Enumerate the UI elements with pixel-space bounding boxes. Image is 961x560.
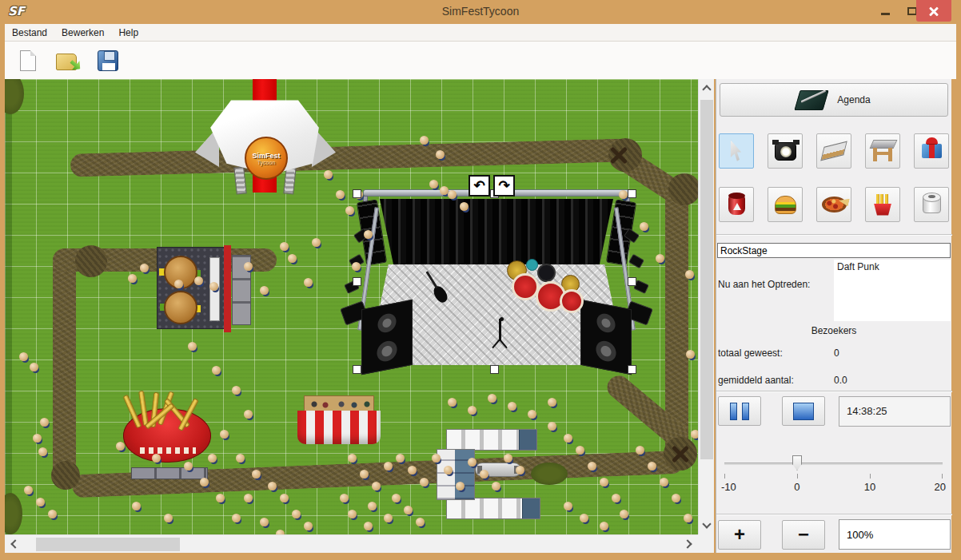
tool-hamburger[interactable] — [768, 187, 803, 222]
selection-handle[interactable] — [628, 365, 636, 374]
rotate-right-icon: ↷ — [498, 177, 509, 194]
visitor-dot — [508, 402, 516, 411]
vertical-scroll-thumb[interactable] — [700, 100, 713, 459]
path-junction — [668, 173, 698, 205]
selection-handle[interactable] — [353, 189, 361, 198]
visitor-dot — [685, 270, 694, 279]
tool-spotlight[interactable] — [768, 133, 803, 169]
pause-button[interactable] — [718, 396, 761, 426]
stage-name-input[interactable] — [717, 243, 951, 258]
agenda-book-icon — [795, 90, 829, 110]
selection-handle[interactable] — [628, 189, 636, 198]
bush — [5, 79, 24, 114]
tool-gift[interactable] — [914, 133, 949, 169]
windmill-marker — [670, 443, 691, 464]
pizza-icon — [822, 197, 847, 212]
stall-stripes — [297, 411, 381, 444]
visitor-dot — [408, 466, 417, 475]
gift-icon — [922, 144, 942, 158]
speed-slider-thumb[interactable] — [792, 455, 802, 471]
open-file-button[interactable] — [54, 46, 82, 75]
menu-bestand[interactable]: Bestand — [5, 24, 54, 42]
zoom-level-field[interactable] — [839, 519, 951, 550]
visitor-dot — [392, 494, 401, 502]
title-bar: SF SimFestTycoon — [0, 0, 961, 24]
visitor-dot — [548, 398, 556, 407]
rotate-right-button[interactable]: ↷ — [493, 175, 515, 197]
fries-stand[interactable] — [122, 391, 213, 467]
tool-stage[interactable] — [865, 133, 900, 169]
visitor-dot — [244, 410, 253, 419]
tool-trash-bin[interactable] — [719, 187, 754, 222]
tool-pizza[interactable] — [816, 187, 851, 222]
bench[interactable] — [131, 467, 208, 479]
minimize-icon — [881, 13, 890, 15]
vertical-scrollbar[interactable] — [698, 79, 714, 534]
scroll-right-icon[interactable] — [683, 539, 692, 548]
visitor-dot — [184, 462, 193, 471]
visitor-dot — [672, 494, 680, 502]
menu-bewerken[interactable]: Bewerken — [54, 24, 111, 42]
tool-select-cursor[interactable] — [719, 133, 754, 169]
horizontal-scrollbar[interactable] — [5, 534, 698, 553]
visitor-dot — [636, 446, 644, 455]
visitor-dot — [686, 350, 695, 359]
separator — [716, 234, 952, 236]
toilet-column — [437, 449, 475, 500]
agenda-button[interactable]: Agenda — [720, 83, 948, 117]
menu-help[interactable]: Help — [111, 24, 146, 42]
toolbar — [5, 42, 956, 79]
visitor-dot — [33, 434, 42, 443]
toilet-block[interactable] — [435, 427, 542, 522]
new-file-button[interactable] — [14, 46, 42, 75]
tool-toilet-paper[interactable] — [914, 187, 949, 222]
selection-handle[interactable] — [490, 365, 499, 374]
close-button[interactable] — [916, 0, 951, 22]
save-file-button[interactable] — [94, 46, 122, 75]
visitor-dot — [164, 514, 173, 522]
close-icon — [928, 6, 939, 17]
selection-handle[interactable] — [353, 277, 361, 286]
visitor-dot — [116, 442, 125, 451]
scroll-left-icon[interactable] — [10, 539, 19, 548]
toilet-paper-icon — [923, 196, 941, 213]
visitor-dot — [276, 530, 285, 534]
stop-button[interactable] — [782, 396, 825, 426]
visitor-dot — [268, 482, 277, 490]
main-stage[interactable] — [357, 185, 636, 372]
visitor-dot — [436, 150, 445, 159]
visitor-dot — [404, 506, 413, 514]
save-floppy-icon — [98, 50, 118, 71]
map-viewport[interactable]: SimFest Tycoon — [5, 79, 698, 534]
zoom-out-button[interactable]: − — [782, 520, 825, 550]
scroll-down-icon[interactable] — [702, 519, 711, 528]
striped-stall[interactable] — [297, 395, 381, 445]
speed-slider-track[interactable] — [724, 463, 943, 465]
app-window: SF SimFestTycoon Bestand Bewerken Help — [0, 0, 961, 560]
visitor-dot — [288, 254, 297, 263]
now-performing-label: Nu aan het Optreden: — [718, 279, 810, 290]
horizontal-scroll-thumb[interactable] — [36, 538, 180, 551]
zoom-in-button[interactable]: + — [718, 520, 761, 550]
spotlight-icon — [775, 142, 796, 161]
tool-path[interactable] — [816, 133, 851, 169]
tool-fries[interactable] — [865, 187, 900, 222]
speed-slider[interactable]: -10 0 10 20 — [724, 455, 943, 502]
visitor-dot — [660, 478, 668, 487]
visitor-dot — [208, 454, 217, 463]
logo-line1: SimFest — [252, 152, 280, 160]
minimize-button[interactable] — [871, 0, 899, 22]
stall-counter — [304, 395, 374, 412]
selection-handle[interactable] — [353, 365, 361, 374]
rotate-left-button[interactable]: ↶ — [469, 175, 490, 197]
slider-label: -10 — [721, 481, 736, 493]
visitor-dot — [188, 342, 197, 351]
visitor-dot — [30, 363, 38, 371]
visitor-dot — [684, 514, 692, 522]
tom-drum — [537, 264, 556, 282]
trash-bin-icon — [728, 195, 745, 215]
visitor-dot — [576, 446, 584, 455]
visitor-dot — [384, 462, 393, 471]
scroll-up-icon[interactable] — [702, 85, 711, 93]
selection-handle[interactable] — [628, 277, 636, 286]
